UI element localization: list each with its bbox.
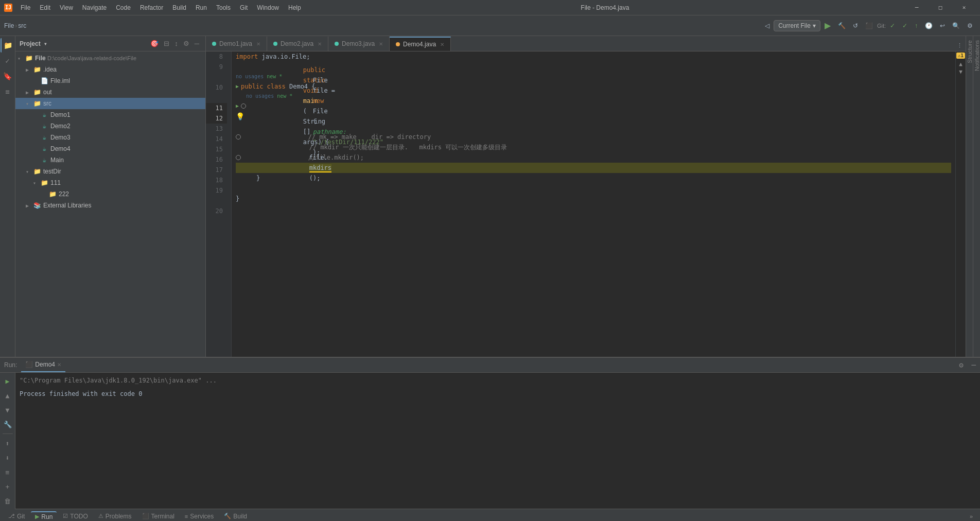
fold-arrow-10[interactable]: ▶ (236, 81, 239, 92)
menu-file[interactable]: File (16, 3, 34, 12)
scroll-up-button[interactable]: ▲ (959, 61, 962, 67)
scroll-down-button[interactable]: ▼ (959, 68, 962, 75)
run-minimize-button[interactable]: ─ (972, 361, 976, 369)
tab-demo4[interactable]: Demo4.java ✕ (390, 37, 451, 51)
tree-demo4[interactable]: ☕ Demo4 (15, 143, 205, 154)
fold-arrow-11[interactable]: ▶ (236, 101, 239, 111)
menu-window[interactable]: Window (253, 3, 283, 12)
menu-navigate[interactable]: Navigate (78, 3, 111, 12)
tab-demo3-close[interactable]: ✕ (379, 41, 383, 47)
tree-out[interactable]: ▶ 📁 out (15, 86, 205, 98)
run-settings-button[interactable]: ⚙ (959, 361, 963, 369)
maximize-button[interactable]: □ (929, 0, 952, 15)
run-add[interactable]: + (2, 480, 14, 493)
tree-demo1[interactable]: ☕ Demo1 (15, 109, 205, 120)
dropdown-icon: ▾ (813, 22, 816, 29)
menu-tools[interactable]: Tools (212, 3, 235, 12)
panel-dropdown[interactable]: ▾ (44, 40, 47, 47)
bulb-icon[interactable]: 💡 (236, 111, 244, 121)
more-tools-button[interactable]: » (967, 511, 976, 522)
settings-button[interactable]: ⚙ (964, 20, 976, 31)
clock-button[interactable]: 🕐 (922, 20, 936, 31)
tree-main[interactable]: ☕ Main (15, 154, 205, 166)
tree-demo2[interactable]: ☕ Demo2 (15, 120, 205, 132)
current-file-dropdown[interactable]: Current File ▾ (774, 20, 820, 31)
sort-button[interactable]: ↕ (172, 39, 180, 48)
collapse-all-button[interactable]: ⊟ (162, 39, 171, 48)
stop-button[interactable]: ⬛ (862, 20, 876, 31)
project-icon[interactable]: 📁 (1, 38, 15, 53)
run-button[interactable]: ▶ (821, 19, 834, 32)
search-button[interactable]: 🔍 (949, 20, 963, 31)
close-button[interactable]: ✕ (952, 0, 976, 15)
tab-demo1[interactable]: Demo1.java ✕ (206, 37, 267, 51)
tree-ext-libs[interactable]: ▶ 📚 External Libraries (15, 200, 205, 211)
menu-code[interactable]: Code (112, 3, 135, 12)
panel-close-button[interactable]: ─ (192, 39, 201, 48)
run-tab-close[interactable]: ✕ (57, 362, 61, 368)
code-line-16: //file.mkdir(); (236, 152, 951, 163)
tree-root[interactable]: ▾ 📁 File D:\code\Java\java-related-code\… (15, 53, 205, 64)
notifications-label[interactable]: Notifications (974, 36, 980, 75)
menu-help[interactable]: Help (284, 3, 305, 12)
breadcrumb-src[interactable]: src (18, 22, 26, 29)
idea-folder-icon: 📁 (33, 65, 41, 74)
locate-file-button[interactable]: 🎯 (148, 39, 161, 48)
structure-icon[interactable]: ≡ (1, 84, 15, 99)
tab-demo2[interactable]: Demo2.java ✕ (267, 37, 328, 51)
run-wrench[interactable]: 🔧 (2, 418, 14, 430)
code-content[interactable]: import java.io.File; no usages new * ▶ p… (232, 51, 955, 357)
menu-build[interactable]: Build (168, 3, 190, 12)
panel-settings-button[interactable]: ⚙ (181, 39, 191, 48)
tree-demo3[interactable]: ☕ Demo3 (15, 132, 205, 143)
bottom-tab-git[interactable]: ⎇ Git (4, 512, 29, 521)
breadcrumb-file[interactable]: File (4, 22, 14, 29)
run-scroll-up[interactable]: ▲ (2, 389, 14, 402)
undo-button[interactable]: ↩ (937, 20, 948, 31)
run-align-bottom[interactable]: ⬇ (2, 451, 14, 464)
tree-demo4-label: Demo4 (50, 145, 71, 152)
recent-files-button[interactable]: ⋮ (954, 40, 966, 51)
menu-edit[interactable]: Edit (36, 3, 55, 12)
menu-refactor[interactable]: Refactor (136, 3, 167, 12)
tree-file-iml[interactable]: 📄 File.iml (15, 75, 205, 86)
structure-label[interactable]: Structure (967, 36, 973, 67)
testdir-folder-icon: 📁 (33, 167, 41, 176)
git-push-button[interactable]: ↑ (912, 20, 921, 31)
run-align-top[interactable]: ⬆ (2, 437, 14, 449)
build-button[interactable]: 🔨 (835, 20, 849, 31)
bookmarks-icon[interactable]: 🔖 (1, 69, 15, 83)
tree-src[interactable]: ▾ 📁 src (15, 98, 205, 109)
tab-demo2-close[interactable]: ✕ (318, 41, 322, 47)
git-commit-button[interactable]: ✓ (887, 20, 898, 31)
bottom-tab-problems-label: Problems (106, 513, 132, 520)
run-trash[interactable]: 🗑 (2, 495, 14, 507)
commit-icon[interactable]: ✓ (1, 54, 15, 68)
reload-button[interactable]: ↺ (850, 20, 861, 31)
menu-view[interactable]: View (56, 3, 77, 12)
tab-demo4-close[interactable]: ✕ (440, 42, 444, 47)
menu-git[interactable]: Git (236, 3, 252, 12)
bottom-tab-todo[interactable]: ☑ TODO (59, 512, 92, 521)
code-editor: 8 9 10 11 12 13 14 15 16 17 18 19 20 (206, 51, 966, 357)
run-play-button[interactable]: ▶ (2, 375, 14, 387)
toolbar-back-button[interactable]: ◁ (762, 20, 773, 31)
menu-run[interactable]: Run (191, 3, 211, 12)
tab-demo3[interactable]: Demo3.java ✕ (328, 37, 390, 51)
run-tab-demo4[interactable]: ⬛ Demo4 ✕ (21, 358, 65, 372)
bottom-tab-problems[interactable]: ⚠ Problems (94, 512, 136, 521)
run-content: ▶ ▲ ▼ 🔧 ⬆ ⬇ ≡ + 🗑 "C:\Program Files\Java… (0, 373, 980, 509)
tree-idea[interactable]: ▶ 📁 .idea (15, 64, 205, 75)
tab-demo1-close[interactable]: ✕ (256, 41, 260, 47)
tree-222[interactable]: 📁 222 (15, 188, 205, 200)
bottom-tab-build[interactable]: 🔨 Build (220, 512, 251, 521)
run-filter[interactable]: ≡ (2, 466, 14, 478)
bottom-tab-run[interactable]: ▶ Run (31, 511, 57, 522)
minimize-button[interactable]: ─ (905, 0, 929, 15)
tree-testdir[interactable]: ▾ 📁 testDir (15, 166, 205, 177)
bottom-tab-terminal[interactable]: ⬛ Terminal (138, 512, 179, 521)
run-scroll-down[interactable]: ▼ (2, 404, 14, 416)
tree-111[interactable]: ▾ 📁 111 (15, 177, 205, 188)
git-checkmark-button[interactable]: ✓ (899, 20, 911, 31)
bottom-tab-services[interactable]: ≡ Services (181, 512, 218, 521)
